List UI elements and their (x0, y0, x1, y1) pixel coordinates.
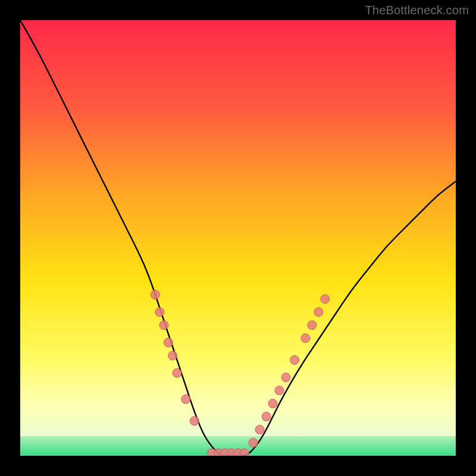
marker-right (314, 308, 323, 317)
gradient-background (20, 20, 456, 456)
marker-floor (240, 449, 249, 456)
marker-left (159, 321, 168, 330)
marker-left (173, 368, 181, 377)
marker-right (255, 425, 264, 434)
outer-frame: TheBottleneck.com (0, 0, 476, 476)
marker-right (262, 412, 271, 421)
marker-right (275, 386, 284, 395)
marker-right (308, 321, 317, 330)
marker-right (268, 399, 277, 408)
marker-left (181, 394, 190, 403)
marker-left (190, 416, 199, 425)
marker-left (155, 308, 164, 317)
chart-svg (20, 20, 456, 456)
plot-area (20, 20, 456, 456)
marker-right (249, 439, 258, 447)
marker-left (151, 290, 159, 299)
marker-right (281, 373, 290, 382)
marker-left (164, 338, 173, 347)
marker-right (290, 355, 299, 364)
marker-right (301, 334, 310, 343)
watermark-text: TheBottleneck.com (365, 4, 469, 17)
marker-left (168, 351, 177, 360)
marker-right (321, 295, 330, 303)
